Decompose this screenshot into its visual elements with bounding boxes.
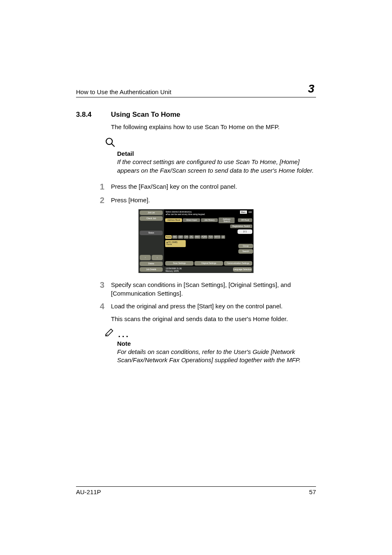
alpha-def[interactable]: DEF (178, 235, 183, 239)
direct-input-tab[interactable]: Direct Input (183, 218, 200, 222)
original-settings-button[interactable]: Original Settings (194, 261, 223, 266)
step-3: 3 Specify scan conditions in [Scan Setti… (76, 280, 316, 298)
page-indicator: 1/ 1 (238, 229, 252, 234)
search-button[interactable]: Search (238, 249, 253, 254)
step-4: 4 Load the original and press the [Start… (76, 302, 316, 311)
section-number: 3.8.4 (76, 111, 111, 119)
registration-switch-button[interactable]: Registration Switch (230, 224, 252, 228)
alpha-jkl[interactable]: JKL (189, 235, 194, 239)
status-button[interactable]: Status (140, 231, 163, 235)
address-book-tab[interactable]: Address Book (165, 218, 182, 222)
step-1: 1 Press the [Fax/Scan] key on the contro… (76, 182, 316, 192)
arrow-up-button[interactable]: ↑ (140, 255, 151, 260)
step-2: 2 Press [Home]. (76, 196, 316, 205)
job-list-button[interactable]: Job List (140, 210, 163, 215)
mfp-panel-screenshot: Job List Check Job Status ↑ ↓ Delete Job… (138, 209, 254, 273)
running-header: How to Use the Authentication Unit 3 (76, 82, 316, 97)
svg-line-1 (111, 144, 115, 147)
step-1-number: 1 (76, 182, 111, 192)
status-memory: Memory 100% (166, 270, 182, 272)
pen-icon: ... (105, 327, 316, 339)
alpha-pqrs[interactable]: PQRS (201, 235, 208, 239)
note-body: For details on scan conditions, refer to… (117, 348, 316, 365)
arrow-down-button[interactable]: ↓ (152, 255, 163, 260)
section-title: Using Scan To Home (111, 111, 180, 119)
step-3-text: Specify scan conditions in [Scan Setting… (111, 280, 316, 298)
alpha-ghi[interactable]: GHI (184, 235, 189, 239)
address-search-tab[interactable]: Address Search (219, 217, 234, 223)
footer-model: AU-211P (76, 488, 101, 495)
scan-settings-button[interactable]: Scan Settings (165, 261, 194, 266)
alpha-wxyz[interactable]: WXYZ (214, 235, 221, 239)
footer-page-number: 57 (309, 488, 316, 495)
note-heading: Note (117, 340, 316, 347)
job-history-tab[interactable]: Job History (201, 218, 218, 222)
memory-icon: Mem (240, 210, 247, 214)
section-intro: The following explains how to use Scan T… (111, 123, 316, 131)
section-heading: 3.8.4 Using Scan To Home (76, 111, 316, 119)
destination-entry-home[interactable]: ■ PC (SMB) Home (165, 240, 186, 247)
job-details-button[interactable]: Job Details (140, 267, 163, 272)
delete-button[interactable]: Delete (140, 261, 163, 266)
check-job-button[interactable]: Check Job (140, 216, 163, 221)
chapter-number: 3 (308, 82, 314, 95)
alpha-abc[interactable]: ABC (172, 235, 178, 239)
top-message-line2: ●Fax can be sent at any time using keypa… (166, 213, 205, 215)
alpha-filter-row: Home ABC DEF GHI JKL MNO PQRS TUV WXYZ e… (165, 235, 237, 239)
status-datetime: 12/29/2008 21:36 (166, 267, 182, 270)
detail-body: If the correct settings are configured t… (117, 158, 316, 175)
alpha-etc[interactable]: etc (221, 235, 225, 239)
step-3-number: 3 (76, 280, 111, 290)
off-hook-button[interactable]: Off-Hook (238, 218, 252, 222)
communication-settings-button[interactable]: Communication Settings (224, 261, 252, 266)
alpha-mno[interactable]: MNO (194, 235, 201, 239)
step-2-number: 2 (76, 196, 111, 205)
group-button[interactable]: Group (238, 244, 253, 248)
svg-point-0 (106, 139, 112, 145)
step-2-text: Press [Home]. (111, 196, 316, 204)
ellipsis-icon: ... (118, 330, 130, 339)
step-4-number: 4 (76, 302, 111, 311)
alpha-home[interactable]: Home (165, 235, 172, 239)
copies-counter: 000 (249, 211, 252, 213)
page-footer: AU-211P 57 (76, 486, 316, 495)
step-1-text: Press the [Fax/Scan] key on the control … (111, 182, 316, 191)
magnifier-icon (105, 137, 316, 149)
running-header-title: How to Use the Authentication Unit (76, 88, 171, 95)
detail-heading: Detail (117, 150, 316, 157)
step-4-subtext: This scans the original and sends data t… (111, 315, 316, 322)
alpha-tuv[interactable]: TUV (208, 235, 213, 239)
language-selection-button[interactable]: Language Selection (233, 267, 252, 272)
step-4-text: Load the original and press the [Start] … (111, 302, 316, 310)
